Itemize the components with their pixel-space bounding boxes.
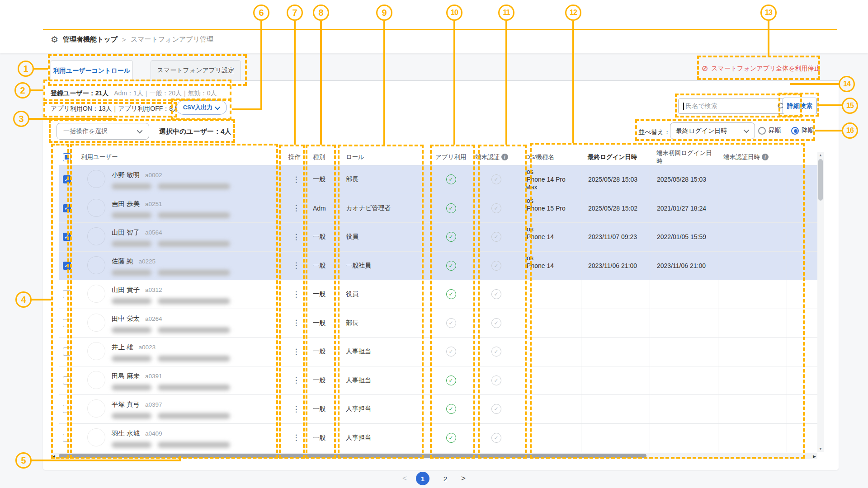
last-login [581,395,650,423]
row-actions-button[interactable]: ⋮ [285,252,307,280]
first-login [650,338,718,366]
user-role: 部長 [341,309,429,338]
chevron-down-icon [215,104,221,110]
avatar [87,256,105,274]
sort-asc-radio[interactable]: 昇順 [758,127,781,135]
device-auth-status-icon [491,433,501,443]
pagination-next-icon[interactable]: > [461,474,466,483]
header-type: 種別 [307,149,341,165]
kebab-menu-icon: ⋮ [292,203,300,213]
app-usage-status-icon [446,375,456,385]
avatar [87,170,105,188]
table-header-row: 利用ユーザー 操作 種別 ロール アプリ利用 端末認証i OS/機種名 最終ログ… [59,149,817,165]
tab-app-settings[interactable]: スマートフォンアプリ設定 [151,60,241,81]
pagination-page-1[interactable]: 1 [416,472,429,485]
row-actions-button[interactable]: ⋮ [285,165,307,194]
bulk-action-select[interactable]: 一括操作を選択 [57,123,149,140]
row-actions-button[interactable]: ⋮ [285,309,307,338]
scroll-right-icon[interactable]: ▶ [813,454,816,459]
user-name: 佐藤 純 [112,258,133,265]
header-role: ロール [341,149,429,165]
ban-icon: ⊘ [702,64,708,73]
last-login: 2025/05/28 15:02 [581,194,650,223]
user-table: 利用ユーザー 操作 種別 ロール アプリ利用 端末認証i OS/機種名 最終ログ… [59,149,817,452]
row-checkbox[interactable] [63,233,71,241]
sort-desc-radio[interactable]: 降順 [791,127,814,135]
annotation-circle-2: 2 [14,82,31,99]
header-device-auth-date: 端末認証日時i [718,149,787,165]
table-body: 小野 敏明a0002 ⋮ 一般 部長 iosiPhone 14 Pro Max … [59,165,817,452]
breadcrumb-current: スマートフォンアプリ管理 [131,35,213,44]
device-auth-date [718,280,787,309]
search-input[interactable]: 氏名で検索 [678,99,789,114]
annotation-circle-3: 3 [13,111,29,127]
row-actions-button[interactable]: ⋮ [285,424,307,452]
csv-import-export-button[interactable]: CSV入出力 [176,100,227,115]
row-checkbox[interactable] [63,262,71,270]
user-name: 平塚 真弓 [112,401,140,408]
horizontal-scrollbar[interactable]: ◀ ▶ [51,453,817,459]
row-checkbox[interactable] [63,376,71,385]
sort-label: 並べ替え： [638,128,670,136]
row-checkbox[interactable] [63,347,71,356]
scroll-left-icon[interactable]: ◀ [52,454,55,459]
user-id: a0397 [145,401,162,408]
table-row: 小野 敏明a0002 ⋮ 一般 部長 iosiPhone 14 Pro Max … [59,165,817,194]
row-checkbox[interactable] [63,175,71,183]
user-type: 一般 [307,280,341,309]
stop-all-apps-label: スマートフォンアプリ全体を利用停止 [711,65,820,73]
row-checkbox[interactable] [63,319,71,327]
header-user: 利用ユーザー [75,149,285,165]
row-actions-button[interactable]: ⋮ [285,280,307,309]
row-actions-button[interactable]: ⋮ [285,366,307,395]
info-icon[interactable]: i [501,154,508,160]
info-icon[interactable]: i [762,154,769,160]
user-type: 一般 [307,366,341,395]
kebab-menu-icon: ⋮ [292,347,300,357]
advanced-search-button[interactable]: 詳細検索 [783,98,817,114]
table-row: 田島 麻未a0391 ⋮ 一般 人事担当 [59,366,817,395]
user-id: a0264 [145,315,162,322]
user-name: 田島 麻未 [112,372,140,380]
bulk-action-placeholder: 一括操作を選択 [63,127,108,136]
horizontal-scrollbar-thumb[interactable] [59,454,646,458]
row-checkbox[interactable] [63,204,71,212]
row-checkbox[interactable] [63,405,71,413]
breadcrumb-parent-link[interactable]: 管理者機能トップ [63,35,118,44]
first-login [650,366,718,395]
table-row: 羽生 水城a0409 ⋮ 一般 人事担当 [59,424,817,453]
user-role: 人事担当 [341,424,429,452]
vertical-scrollbar-thumb[interactable] [818,159,823,201]
row-checkbox[interactable] [63,290,71,298]
app-usage-status-icon [446,318,456,328]
blurred-user-info [112,298,230,304]
user-id: a0391 [145,373,162,380]
tab-user-control[interactable]: 利用ユーザーコントロール [51,60,133,81]
row-actions-button[interactable]: ⋮ [285,223,307,251]
sort-select[interactable]: 最終ログイン日時 [670,122,755,139]
user-role: 人事担当 [341,395,429,423]
radio-icon [758,127,766,135]
vertical-scrollbar[interactable]: ▲ ▼ [817,152,824,452]
row-checkbox[interactable] [63,434,71,442]
top-header-bar: ⚙ 管理者機能トップ > スマートフォンアプリ管理 [0,0,868,53]
select-all-checkbox[interactable] [63,153,71,161]
last-login: 2023/11/07 09:23 [581,223,650,251]
sort-selected-value: 最終ログイン日時 [676,127,727,135]
pagination-page-2[interactable]: 2 [439,472,452,485]
scroll-up-icon[interactable]: ▲ [819,152,822,158]
scroll-down-icon[interactable]: ▼ [819,446,822,452]
pagination-prev-icon[interactable]: < [402,474,407,483]
breadcrumb-separator: > [122,36,126,43]
last-login [581,366,650,395]
kebab-menu-icon: ⋮ [292,433,300,442]
row-actions-button[interactable]: ⋮ [285,395,307,423]
app-usage-status-icon [446,347,456,357]
row-actions-button[interactable]: ⋮ [285,194,307,223]
row-actions-button[interactable]: ⋮ [285,338,307,366]
header-first-login: 端末初回ログイン日時 [650,149,718,165]
first-login [650,395,718,423]
kebab-menu-icon: ⋮ [292,318,300,328]
device-auth-date [718,395,787,423]
stop-all-apps-link[interactable]: ⊘ スマートフォンアプリ全体を利用停止 [702,64,821,73]
